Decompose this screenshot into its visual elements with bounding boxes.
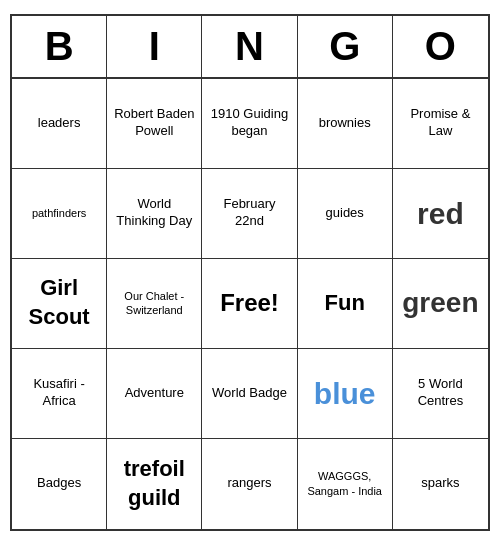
bingo-cell-18: blue bbox=[298, 349, 393, 439]
cell-text-13: Fun bbox=[325, 289, 365, 318]
header-letter-g: G bbox=[298, 16, 393, 77]
cell-text-12: Free! bbox=[220, 287, 279, 318]
bingo-card: BINGO leadersRobert Baden Powell1910 Gui… bbox=[10, 14, 490, 531]
cell-text-21: trefoil guild bbox=[113, 455, 195, 512]
bingo-cell-22: rangers bbox=[202, 439, 297, 529]
bingo-cell-13: Fun bbox=[298, 259, 393, 349]
cell-text-2: 1910 Guiding began bbox=[208, 106, 290, 140]
bingo-cell-21: trefoil guild bbox=[107, 439, 202, 529]
bingo-cell-15: Kusafiri - Africa bbox=[12, 349, 107, 439]
cell-text-5: pathfinders bbox=[32, 206, 86, 220]
bingo-cell-4: Promise & Law bbox=[393, 79, 488, 169]
header-letter-i: I bbox=[107, 16, 202, 77]
cell-text-0: leaders bbox=[38, 115, 81, 132]
header-letter-n: N bbox=[202, 16, 297, 77]
bingo-cell-7: February 22nd bbox=[202, 169, 297, 259]
bingo-cell-16: Adventure bbox=[107, 349, 202, 439]
bingo-cell-20: Badges bbox=[12, 439, 107, 529]
bingo-cell-0: leaders bbox=[12, 79, 107, 169]
cell-text-3: brownies bbox=[319, 115, 371, 132]
header-letter-o: O bbox=[393, 16, 488, 77]
bingo-cell-11: Our Chalet - Switzerland bbox=[107, 259, 202, 349]
cell-text-23: WAGGGS, Sangam - India bbox=[304, 469, 386, 498]
bingo-cell-14: green bbox=[393, 259, 488, 349]
cell-text-9: red bbox=[417, 194, 464, 233]
cell-text-18: blue bbox=[314, 374, 376, 413]
bingo-cell-23: WAGGGS, Sangam - India bbox=[298, 439, 393, 529]
bingo-cell-2: 1910 Guiding began bbox=[202, 79, 297, 169]
cell-text-17: World Badge bbox=[212, 385, 287, 402]
cell-text-6: World Thinking Day bbox=[113, 196, 195, 230]
cell-text-16: Adventure bbox=[125, 385, 184, 402]
cell-text-10: Girl Scout bbox=[18, 274, 100, 331]
cell-text-14: green bbox=[402, 285, 478, 321]
cell-text-11: Our Chalet - Switzerland bbox=[113, 289, 195, 318]
bingo-cell-17: World Badge bbox=[202, 349, 297, 439]
cell-text-8: guides bbox=[326, 205, 364, 222]
cell-text-7: February 22nd bbox=[208, 196, 290, 230]
bingo-cell-8: guides bbox=[298, 169, 393, 259]
cell-text-20: Badges bbox=[37, 475, 81, 492]
bingo-cell-19: 5 World Centres bbox=[393, 349, 488, 439]
bingo-header: BINGO bbox=[12, 16, 488, 79]
bingo-cell-5: pathfinders bbox=[12, 169, 107, 259]
cell-text-15: Kusafiri - Africa bbox=[18, 376, 100, 410]
cell-text-19: 5 World Centres bbox=[399, 376, 482, 410]
cell-text-1: Robert Baden Powell bbox=[113, 106, 195, 140]
bingo-cell-12: Free! bbox=[202, 259, 297, 349]
bingo-cell-10: Girl Scout bbox=[12, 259, 107, 349]
bingo-cell-3: brownies bbox=[298, 79, 393, 169]
bingo-cell-9: red bbox=[393, 169, 488, 259]
bingo-cell-24: sparks bbox=[393, 439, 488, 529]
cell-text-22: rangers bbox=[227, 475, 271, 492]
bingo-cell-1: Robert Baden Powell bbox=[107, 79, 202, 169]
bingo-cell-6: World Thinking Day bbox=[107, 169, 202, 259]
bingo-grid: leadersRobert Baden Powell1910 Guiding b… bbox=[12, 79, 488, 529]
cell-text-4: Promise & Law bbox=[399, 106, 482, 140]
cell-text-24: sparks bbox=[421, 475, 459, 492]
header-letter-b: B bbox=[12, 16, 107, 77]
